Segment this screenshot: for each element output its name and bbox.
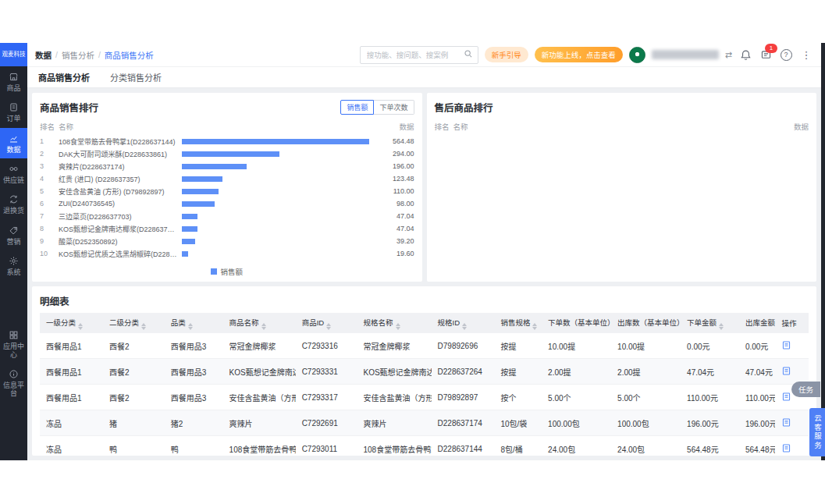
rank-number: 2 [40, 150, 59, 158]
card-title-product-sales-rank: 商品销售排行 [40, 100, 98, 115]
view-detail-icon[interactable] [781, 443, 791, 453]
switch-account-icon[interactable]: ⇄ [725, 50, 732, 60]
sort-icon[interactable] [326, 323, 331, 330]
tab-category-sales-analysis[interactable]: 分类销售分析 [110, 71, 162, 83]
table-cell: 0.00元 [739, 333, 776, 359]
column-header-4[interactable]: 商品名称 [223, 313, 296, 333]
sort-icon[interactable] [78, 323, 83, 330]
bar-track [182, 201, 369, 207]
sort-icon[interactable] [141, 323, 146, 330]
column-header-10[interactable]: 出库数（基本单位） [611, 313, 681, 333]
sidebar-item-supply-chain[interactable]: 供应链 [0, 158, 27, 189]
sales-bar[interactable] [182, 251, 188, 257]
sales-value: 47.04 [374, 212, 414, 220]
sales-bar[interactable] [182, 201, 215, 207]
column-header-6[interactable]: 规格名称 [357, 313, 432, 333]
search-input[interactable] [365, 50, 461, 60]
table-cell: 196.00元 [681, 410, 739, 436]
rank-row: 9 酸菜(D252350892) 39.20 [32, 235, 422, 247]
header-actions: 新手引导 新功能上线，点击查看 ⇄ 1 ? ⋮ [360, 46, 813, 64]
sales-bar[interactable] [182, 164, 247, 169]
detail-header-row: 一级分类二级分类品类商品名称商品ID规格名称规格ID销售规格下单数（基本单位）出… [40, 313, 809, 333]
column-header-7[interactable]: 规格ID [432, 313, 495, 333]
search-icon[interactable] [464, 48, 473, 62]
sidebar-item-info-platform[interactable]: 信息平台 [0, 364, 27, 403]
sidebar-item-returns[interactable]: 退换货 [0, 189, 27, 219]
table-cell: 常冠金牌椰浆 [223, 333, 296, 359]
beginner-guide-button[interactable]: 新手引导 [485, 47, 528, 62]
new-feature-banner-button[interactable]: 新功能上线，点击查看 [535, 47, 623, 62]
table-cell: 10.00提 [611, 333, 681, 359]
tab-product-sales-analysis[interactable]: 商品销售分析 [38, 71, 90, 83]
sidebar-item-orders[interactable]: 订单 [0, 97, 27, 127]
sidebar-item-marketing[interactable]: 营销 [0, 220, 27, 250]
column-header-2[interactable]: 二级分类 [103, 313, 165, 333]
cloud-service-float-button[interactable]: 云客服务 [809, 408, 825, 456]
rank-table-header: 排名 名称 数据 [32, 119, 422, 135]
rank-product-name: 爽辣片(D228637174) [59, 161, 177, 172]
sales-value: 98.00 [374, 200, 414, 208]
sales-bar[interactable] [182, 151, 279, 157]
view-detail-icon[interactable] [781, 417, 791, 428]
sort-icon[interactable] [719, 323, 724, 330]
table-cell: D228637174 [432, 410, 495, 436]
legend-swatch [211, 268, 217, 275]
toggle-order-count[interactable]: 下单次数 [374, 100, 414, 115]
sidebar-item-system[interactable]: 系统 [0, 250, 27, 281]
legend-label: 销售额 [220, 266, 243, 277]
notification-badge: 1 [765, 44, 777, 53]
notification-bell-icon[interactable] [738, 48, 752, 62]
sidebar-item-data[interactable]: 数据 [0, 128, 27, 158]
table-cell: 常冠金牌椰浆 [357, 333, 432, 359]
view-detail-icon[interactable] [781, 340, 791, 350]
rank-number: 10 [40, 250, 59, 257]
sort-icon[interactable] [188, 323, 193, 330]
sidebar: 观麦科技 商品 订单 数据 供应链 退换货 营销 系统 应用中心 信息平台 [0, 43, 27, 460]
tag-icon [9, 225, 19, 236]
message-icon[interactable]: 1 [759, 48, 773, 62]
help-icon[interactable]: ? [779, 48, 793, 62]
table-cell: 冻品 [40, 436, 103, 456]
sales-value: 196.00 [374, 162, 414, 170]
breadcrumb-sales-analysis[interactable]: 销售分析 [62, 49, 94, 61]
operation-cell [775, 410, 809, 436]
column-header-9[interactable]: 下单数（基本单位） [542, 313, 611, 333]
column-header-12[interactable]: 出库金额 [739, 313, 776, 333]
global-search-box[interactable] [360, 46, 478, 64]
after-sale-empty-body [427, 135, 817, 282]
column-header-11[interactable]: 下单金额 [681, 313, 739, 333]
sales-bar[interactable] [182, 189, 219, 194]
table-cell: 47.04元 [739, 359, 776, 385]
sales-bar[interactable] [182, 139, 369, 144]
column-header-3[interactable]: 品类 [165, 313, 223, 333]
more-menu-icon[interactable]: ⋮ [799, 48, 813, 62]
column-header-8[interactable]: 销售规格 [494, 313, 542, 333]
sales-value: 47.04 [374, 225, 414, 232]
view-detail-icon[interactable] [781, 366, 791, 376]
avatar[interactable] [629, 47, 645, 63]
sales-bar[interactable] [182, 214, 197, 219]
sales-bar[interactable] [182, 226, 197, 232]
sort-icon[interactable] [261, 323, 266, 330]
column-header-1[interactable]: 一级分类 [40, 313, 103, 333]
sidebar-item-app-center[interactable]: 应用中心 [0, 325, 27, 364]
view-detail-icon[interactable] [781, 392, 791, 402]
bar-track [182, 151, 369, 157]
sort-icon[interactable] [396, 323, 400, 330]
sales-bar[interactable] [182, 239, 195, 244]
sort-icon[interactable] [462, 323, 467, 330]
task-float-button[interactable]: 任务 [791, 382, 820, 397]
column-header-5[interactable]: 商品ID [296, 313, 357, 333]
table-cell: 爽辣片 [223, 410, 296, 436]
toggle-sales-amount[interactable]: 销售额 [340, 100, 374, 115]
breadcrumb-data[interactable]: 数据 [35, 49, 52, 61]
main-area: 数据 销售分析 商品销售分析 新手引导 新功能上线，点击查看 ⇄ [27, 43, 821, 460]
sales-bar[interactable] [182, 176, 222, 182]
bar-track [182, 214, 369, 219]
table-cell: C7293331 [296, 359, 357, 385]
breadcrumb-current-page: 商品销售分析 [105, 49, 154, 61]
metric-toggle: 销售额 下单次数 [340, 100, 414, 115]
sort-icon[interactable] [532, 323, 537, 330]
rank-number: 8 [40, 225, 59, 232]
sidebar-item-goods[interactable]: 商品 [0, 66, 27, 97]
